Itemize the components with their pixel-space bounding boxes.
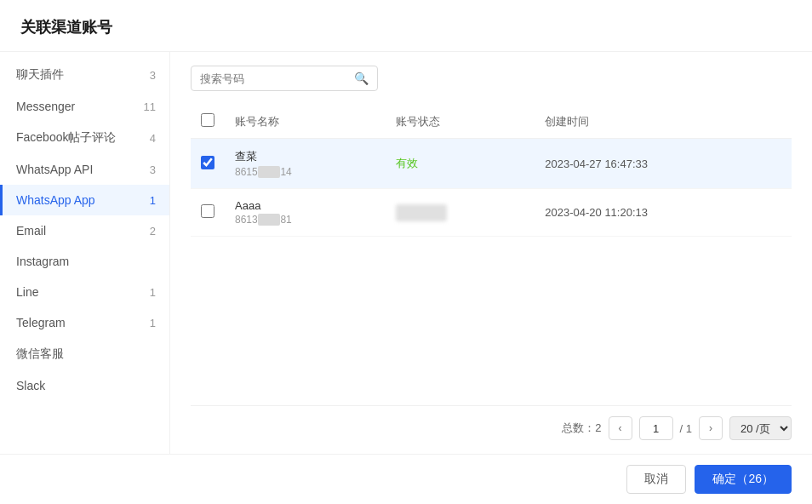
total-count: 总数：2	[562, 421, 601, 436]
header-checkbox-cell	[191, 105, 225, 139]
sidebar-item-count: 3	[150, 69, 156, 82]
sidebar-item-label: Instagram	[16, 255, 156, 268]
table-header-row: 账号名称 账号状态 创建时间	[191, 105, 792, 139]
cancel-button[interactable]: 取消	[626, 465, 686, 494]
modal-body: 聊天插件3Messenger11Facebook帖子评论4WhatsApp AP…	[0, 52, 812, 454]
select-all-checkbox[interactable]	[201, 113, 214, 127]
sidebar-item-label: WhatsApp App	[16, 193, 150, 207]
header-status: 账号状态	[386, 105, 535, 139]
sidebar-item-whatsapp-app[interactable]: WhatsApp App1	[0, 185, 169, 215]
row-checkbox-cell	[191, 189, 225, 237]
sidebar-item-chat-plugin[interactable]: 聊天插件3	[0, 59, 169, 91]
modal-footer: 取消 确定（26）	[0, 454, 812, 504]
account-table: 账号名称 账号状态 创建时间 查菜8615 14有效2023-04-27 16:…	[191, 105, 792, 237]
confirm-button[interactable]: 确定（26）	[695, 465, 792, 494]
pagination: 总数：2 ‹ / 1 › 10 /页20 /页50 /页	[191, 405, 792, 440]
prev-page-button[interactable]: ‹	[609, 416, 632, 440]
sidebar-item-count: 1	[150, 286, 156, 299]
sidebar-item-line[interactable]: Line1	[0, 277, 169, 307]
sidebar-item-whatsapp-api[interactable]: WhatsApp API3	[0, 154, 169, 185]
row-checkbox[interactable]	[201, 204, 214, 218]
search-icon: 🔍	[354, 72, 369, 85]
sidebar-item-label: Facebook帖子评论	[16, 130, 150, 146]
sidebar-item-count: 1	[150, 194, 156, 207]
account-created-date: 2023-04-20 11:20:13	[535, 189, 792, 237]
account-status-cell: 有效	[386, 139, 535, 189]
table-spacer	[191, 237, 792, 405]
header-name: 账号名称	[225, 105, 386, 139]
sidebar-item-wechat[interactable]: 微信客服	[0, 338, 169, 370]
status-valid: 有效	[396, 157, 418, 169]
header-created: 创建时间	[535, 105, 792, 139]
sidebar-item-slack[interactable]: Slack	[0, 370, 169, 401]
row-checkbox[interactable]	[201, 156, 214, 169]
sidebar-item-count: 4	[150, 132, 156, 145]
sidebar-item-messenger[interactable]: Messenger11	[0, 91, 169, 122]
sidebar-item-label: 聊天插件	[16, 67, 150, 83]
sidebar-item-facebook-post[interactable]: Facebook帖子评论4	[0, 122, 169, 154]
sidebar-item-label: Telegram	[16, 316, 150, 329]
account-name-cell: Aaaa8613 81	[225, 189, 386, 237]
sidebar-item-label: Slack	[16, 379, 156, 392]
sidebar-item-label: Line	[16, 285, 150, 299]
row-checkbox-cell	[191, 139, 225, 189]
account-created-date: 2023-04-27 16:47:33	[535, 139, 792, 189]
sidebar-item-instagram[interactable]: Instagram	[0, 246, 169, 277]
modal-container: 关联渠道账号 聊天插件3Messenger11Facebook帖子评论4What…	[0, 0, 812, 504]
account-name: Aaaa	[235, 199, 375, 212]
sidebar-item-label: 微信客服	[16, 346, 156, 362]
account-number: 8613 81	[235, 214, 375, 226]
modal-header: 关联渠道账号	[0, 0, 812, 52]
current-page-input[interactable]	[639, 416, 673, 440]
sidebar-item-count: 1	[150, 317, 156, 329]
main-content: 🔍 账号名称 账号状态 创建时间 查菜8615 14有效2023-04-27 1…	[170, 52, 812, 454]
sidebar-item-label: Messenger	[16, 100, 144, 113]
table-row: Aaaa8613 812023-04-20 11:20:13	[191, 189, 792, 237]
sidebar-item-label: Email	[16, 224, 150, 238]
sidebar-item-count: 11	[144, 100, 156, 113]
sidebar-item-email[interactable]: Email2	[0, 215, 169, 246]
table-row: 查菜8615 14有效2023-04-27 16:47:33	[191, 139, 792, 189]
sidebar-item-count: 2	[150, 225, 156, 238]
account-name: 查菜	[235, 149, 375, 164]
total-pages: / 1	[680, 422, 692, 435]
account-number: 8615 14	[235, 166, 375, 178]
next-page-button[interactable]: ›	[699, 416, 723, 440]
page-size-select[interactable]: 10 /页20 /页50 /页	[729, 416, 792, 440]
sidebar-item-count: 3	[150, 163, 156, 176]
account-name-cell: 查菜8615 14	[225, 139, 386, 189]
search-bar[interactable]: 🔍	[191, 66, 378, 91]
modal-title: 关联渠道账号	[20, 19, 112, 36]
sidebar-item-label: WhatsApp API	[16, 163, 150, 176]
account-status-cell	[386, 189, 535, 237]
sidebar: 聊天插件3Messenger11Facebook帖子评论4WhatsApp AP…	[0, 52, 170, 454]
status-blurred	[396, 204, 447, 221]
search-input[interactable]	[200, 72, 354, 85]
sidebar-item-telegram[interactable]: Telegram1	[0, 307, 169, 338]
